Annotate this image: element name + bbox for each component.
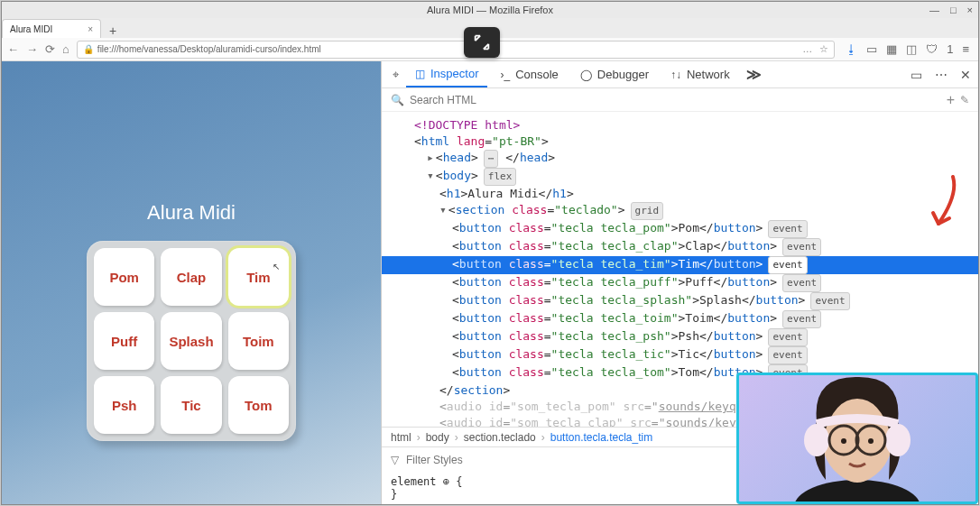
shield-icon[interactable]: 🛡 — [926, 42, 938, 56]
crumb-body[interactable]: body — [426, 431, 449, 444]
close-window-button[interactable]: × — [967, 5, 973, 15]
dom-button-row[interactable]: <button class="tecla tecla_puff">Puff</b… — [391, 274, 978, 292]
tecla-toim[interactable]: Toim — [228, 312, 289, 370]
element-picker-icon[interactable]: ⌖ — [389, 68, 402, 82]
lock-icon: 🔒 — [83, 44, 94, 54]
url-more-icon[interactable]: … — [802, 43, 812, 55]
downloads-icon[interactable]: ⭳ — [846, 42, 857, 56]
tecla-pom[interactable]: Pom — [94, 248, 154, 306]
crumb-section[interactable]: section.teclado — [464, 431, 536, 444]
library-icon[interactable]: ▭ — [866, 42, 877, 56]
tecla-tic[interactable]: Tic — [161, 376, 221, 434]
dom-doctype[interactable]: <!DOCTYPE html> — [414, 118, 520, 132]
dom-body[interactable]: ▾<body>flex — [391, 168, 978, 186]
tab-console[interactable]: ›_ Console — [491, 61, 567, 87]
responsive-overlay-icon[interactable] — [464, 27, 500, 58]
tecla-puff[interactable]: Puff — [94, 312, 154, 370]
page-title: Alura Midi — [147, 201, 236, 225]
window-title: Alura MIDI — Mozilla Firefox — [427, 5, 553, 15]
minimize-button[interactable]: — — [929, 5, 939, 15]
browser-tab-active[interactable]: Alura MIDI × — [2, 19, 101, 38]
console-icon: ›_ — [500, 69, 510, 81]
dom-search-row: 🔍 + ✎ — [382, 88, 978, 112]
tab-console-label: Console — [515, 68, 559, 81]
devtools-tabs: ⌖ ◫ Inspector ›_ Console ◯ Debugger ↑↓ N… — [382, 61, 978, 88]
crumb-button[interactable]: button.tecla.tecla_tim — [550, 431, 652, 444]
tab-network[interactable]: ↑↓ Network — [661, 61, 739, 87]
dom-button-row[interactable]: <button class="tecla tecla_psh">Psh</but… — [391, 328, 978, 346]
page-viewport: Alura Midi ↖ Pom Clap Tim Puff Splash To… — [2, 61, 381, 504]
svg-point-2 — [885, 424, 911, 456]
dom-button-row[interactable]: <button class="tecla tecla_splash">Splas… — [391, 292, 978, 310]
search-html-input[interactable] — [410, 94, 941, 106]
forward-button[interactable]: → — [26, 42, 38, 56]
eyedropper-icon[interactable]: ✎ — [960, 94, 969, 106]
maximize-button[interactable]: □ — [950, 5, 957, 15]
midi-keyboard: Pom Clap Tim Puff Splash Toim Psh Tic To… — [87, 241, 296, 441]
tab-inspector-label: Inspector — [430, 67, 478, 80]
os-titlebar: Alura MIDI — Mozilla Firefox — □ × — [2, 2, 978, 18]
tecla-psh[interactable]: Psh — [94, 376, 154, 434]
tecla-tim[interactable]: Tim — [228, 248, 289, 306]
dom-button-row[interactable]: <button class="tecla tecla_clap">Clap</b… — [391, 238, 978, 256]
hamburger-icon[interactable]: ≡ — [962, 42, 969, 56]
network-icon: ↑↓ — [670, 69, 681, 81]
tab-close-icon[interactable]: × — [88, 24, 93, 34]
tab-network-label: Network — [687, 68, 730, 81]
add-node-icon[interactable]: + — [947, 92, 955, 108]
svg-point-0 — [794, 480, 920, 504]
dom-button-row[interactable]: <button class="tecla tecla_toim">Toim</b… — [391, 310, 978, 328]
annotation-arrow — [926, 175, 962, 235]
tecla-clap[interactable]: Clap — [161, 248, 221, 306]
dom-section[interactable]: ▾<section class="teclado">grid — [391, 202, 978, 220]
svg-point-1 — [804, 424, 829, 456]
tab-debugger[interactable]: ◯ Debugger — [571, 61, 658, 87]
tecla-splash[interactable]: Splash — [161, 312, 221, 370]
bookmark-star-icon[interactable]: ☆ — [819, 43, 828, 55]
sidebar-icon[interactable]: ▦ — [886, 42, 897, 56]
search-icon: 🔍 — [391, 94, 404, 106]
url-text: file:///home/vanessa/Desktop/aluramidi-c… — [97, 44, 321, 54]
webcam-overlay — [736, 373, 978, 504]
devtools-menu-icon[interactable]: ⋯ — [935, 68, 948, 82]
back-button[interactable]: ← — [7, 42, 19, 56]
home-button[interactable]: ⌂ — [62, 42, 69, 56]
cursor-icon: ↖ — [273, 262, 280, 271]
tab-debugger-label: Debugger — [597, 68, 649, 81]
tab-inspector[interactable]: ◫ Inspector — [406, 61, 487, 87]
screenshot-icon[interactable]: ◫ — [906, 42, 917, 56]
new-tab-button[interactable]: + — [101, 23, 125, 38]
crumb-html[interactable]: html — [391, 431, 411, 444]
filter-icon: ▽ — [391, 454, 399, 466]
url-bar[interactable]: 🔒 file:///home/vanessa/Desktop/aluramidi… — [77, 41, 835, 59]
dom-button-row[interactable]: <button class="tecla tecla_pom">Pom</but… — [391, 220, 978, 238]
dom-button-row[interactable]: <button class="tecla tecla_tim">Tim</but… — [382, 256, 978, 274]
debugger-icon: ◯ — [580, 69, 592, 81]
tabs-overflow-icon[interactable]: ≫ — [746, 66, 762, 83]
devtools-close-icon[interactable]: ✕ — [960, 68, 971, 82]
tab-title: Alura MIDI — [10, 24, 52, 34]
dom-h1[interactable]: <h1>Alura Midi</h1> — [391, 186, 978, 202]
dom-button-row[interactable]: <button class="tecla tecla_tic">Tic</but… — [391, 346, 978, 364]
dom-head[interactable]: ▸<head>⋯ </head> — [391, 150, 978, 168]
inspector-icon: ◫ — [415, 68, 425, 80]
reload-button[interactable]: ⟳ — [45, 42, 55, 56]
responsive-mode-icon[interactable]: ▭ — [911, 68, 922, 82]
svg-point-6 — [841, 438, 846, 444]
dom-html[interactable]: <html lang="pt-BR"> — [391, 133, 978, 150]
notification-badge[interactable]: 1 — [947, 42, 953, 56]
tecla-tom[interactable]: Tom — [228, 376, 289, 434]
svg-point-7 — [868, 438, 874, 444]
